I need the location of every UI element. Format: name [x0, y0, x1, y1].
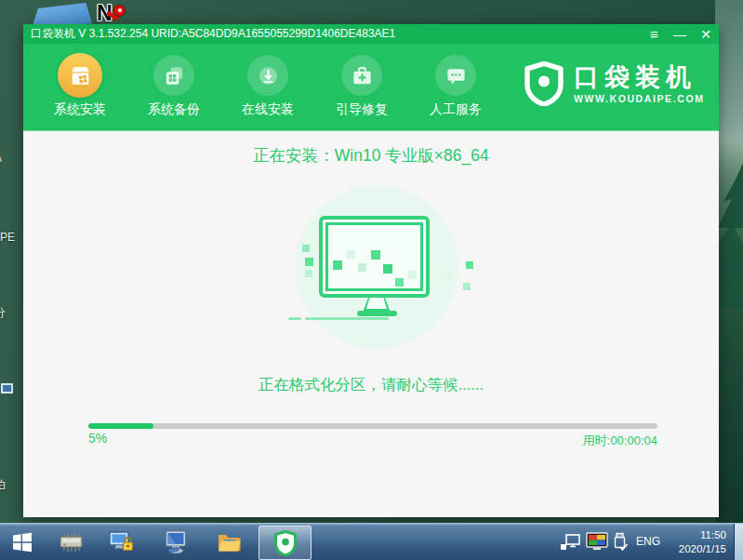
shield-logo-icon	[524, 61, 564, 106]
show-desktop-button[interactable]	[734, 524, 743, 560]
window-titlebar[interactable]: 口袋装机 V 3.1.532.254 URID:A5C84DD9A1655055…	[23, 24, 719, 44]
download-circle-icon	[247, 55, 288, 96]
desktop-label-fragment: A	[0, 152, 2, 165]
nav-item-boot-repair[interactable]: 引导修复	[326, 53, 397, 118]
window-controls: ≡ — ✕	[644, 24, 715, 44]
minimize-icon[interactable]: —	[670, 25, 689, 44]
chat-bubble-icon	[435, 55, 476, 96]
nav-item-system-backup[interactable]: 系统备份	[139, 53, 209, 118]
decor-square	[302, 245, 310, 252]
desktop-label-fragment: 泊	[0, 477, 6, 493]
decor-square	[305, 270, 312, 277]
decor-square	[333, 260, 342, 270]
taskbar-app-chip[interactable]	[58, 530, 84, 554]
taskbar-app-lock-screen[interactable]	[109, 530, 135, 554]
language-indicator[interactable]: ENG	[636, 535, 660, 548]
clock-time: 11:50	[679, 528, 726, 542]
close-icon[interactable]: ✕	[697, 25, 715, 44]
monitor-base	[357, 311, 397, 316]
desktop: N I A PE 分 ( 泊 口袋装机 V 3.1.532.254 URID:A…	[0, 0, 743, 560]
shield-app-icon	[273, 530, 298, 556]
decor-square	[305, 258, 313, 266]
nav-item-online-install[interactable]: 在线安装	[232, 53, 303, 118]
window-title: 口袋装机 V 3.1.532.254 URID:A5C84DD9A1655055…	[31, 27, 395, 40]
desktop-label-fragment: PE	[0, 231, 15, 244]
computer-monitor-icon	[164, 530, 188, 554]
progress-percent: 5%	[88, 431, 107, 446]
decor-square	[358, 263, 366, 272]
decor-square	[466, 261, 473, 269]
toolbox-repair-icon	[341, 55, 382, 96]
taskbar-clock[interactable]: 11:50 2020/1/15	[679, 528, 726, 556]
clock-date: 2020/1/15	[679, 542, 726, 556]
decor-square	[408, 271, 417, 279]
menu-icon[interactable]: ≡	[644, 25, 663, 44]
taskbar-app-installer-active[interactable]	[259, 526, 312, 560]
folder-icon	[217, 531, 242, 553]
brand-site: WWW.KOUDAIPE.COM	[574, 93, 705, 104]
tree-silhouette	[715, 163, 743, 228]
red-key-hole	[118, 8, 122, 12]
tray-network-icon[interactable]	[558, 530, 582, 554]
status-message: 正在格式化分区，请耐心等候......	[23, 375, 719, 395]
start-button[interactable]	[9, 530, 35, 554]
elapsed-time: 用时:00:00:04	[583, 433, 657, 449]
nav-item-system-install[interactable]: 系统安装	[45, 53, 115, 118]
progress-bar	[88, 423, 657, 429]
progress-fill	[88, 423, 153, 429]
monitor-outline-icon	[319, 216, 430, 298]
decor-square	[463, 283, 471, 290]
nav-label: 在线安装	[232, 101, 303, 118]
tray-usb-icon[interactable]	[610, 530, 630, 554]
install-box-icon	[58, 53, 102, 98]
nav-label: 系统备份	[139, 101, 209, 118]
ground-line	[288, 317, 301, 320]
decor-square	[371, 250, 380, 260]
installer-window: 口袋装机 V 3.1.532.254 URID:A5C84DD9A1655055…	[23, 24, 719, 517]
install-progress-panel: 正在安装：Win10 专业版×86_64	[23, 131, 719, 517]
decor-square	[395, 278, 404, 287]
tray-display-color-icon[interactable]	[584, 530, 610, 554]
brand-logo: 口袋装机 WWW.KOUDAIPE.COM	[524, 61, 705, 106]
nav-label: 引导修复	[326, 101, 397, 118]
desktop-label-fragment: 分	[0, 305, 6, 321]
partial-desktop-icon[interactable]	[1, 383, 13, 393]
nav-item-manual-service[interactable]: 人工服务	[420, 53, 491, 118]
taskbar-app-explorer[interactable]	[216, 530, 242, 554]
nav-label: 人工服务	[420, 101, 491, 118]
wallpaper-right-strip	[715, 0, 743, 523]
nav-bar: 系统安装 系统备份	[23, 44, 719, 131]
decor-square	[444, 273, 452, 280]
windows-logo-icon	[12, 532, 33, 553]
backup-windows-icon	[153, 55, 194, 96]
decor-square	[347, 250, 355, 259]
memory-chip-icon	[58, 531, 84, 553]
tree-silhouette	[715, 223, 743, 307]
nav-label: 系统安装	[45, 101, 115, 118]
brand-name: 口袋装机	[574, 63, 705, 91]
taskbar-app-system[interactable]	[163, 530, 189, 554]
monitor-lock-icon	[109, 530, 135, 554]
ground-line	[305, 317, 389, 320]
installing-title: 正在安装：Win10 专业版×86_64	[23, 144, 719, 167]
decor-square	[383, 264, 392, 273]
taskbar: ENG 11:50 2020/1/15	[0, 523, 743, 560]
